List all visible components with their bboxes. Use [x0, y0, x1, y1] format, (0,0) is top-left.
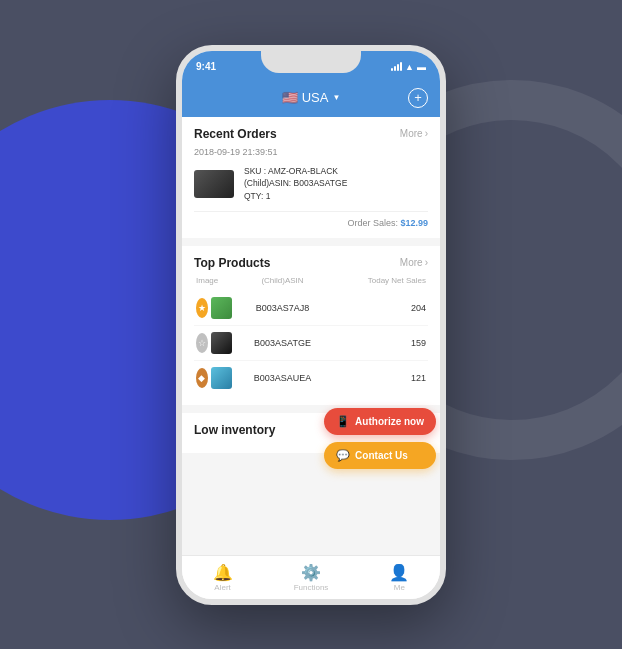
top-products-section: Top Products More › Image (Child)ASIN To…	[182, 246, 440, 405]
recent-orders-section: Recent Orders More › 2018-09-19 21:39:51…	[182, 117, 440, 238]
contact-icon: 💬	[336, 449, 350, 462]
contact-us-button[interactable]: 💬 Contact Us	[324, 442, 436, 469]
product-image-1	[211, 297, 232, 319]
low-inventory-title: Low inventory	[194, 423, 275, 437]
country-selector[interactable]: 🇺🇸 USA ▼	[282, 90, 341, 105]
order-details: SKU : AMZ-ORA-BLACK (Child)ASIN: B003ASA…	[244, 165, 428, 203]
top-products-title: Top Products	[194, 256, 270, 270]
col-image: Image	[196, 276, 232, 285]
authorize-label: Authorize now	[355, 416, 424, 427]
phone-frame: 9:41 ▲ ▬ 🇺🇸 USA ▼ + Recent Orders	[176, 45, 446, 605]
table-row: ☆ B003ASATGE 159	[194, 326, 428, 361]
rank-badge-2: ☆	[196, 333, 208, 353]
phone-content: Recent Orders More › 2018-09-19 21:39:51…	[182, 117, 440, 555]
top-products-more[interactable]: More ›	[400, 257, 428, 268]
order-sku: SKU : AMZ-ORA-BLACK	[244, 165, 428, 178]
flag-icon: 🇺🇸	[282, 90, 298, 105]
me-icon: 👤	[389, 563, 409, 582]
sofa-black-icon	[211, 332, 232, 354]
product-image-rank-3: ◆	[196, 367, 232, 389]
order-timestamp: 2018-09-19 21:39:51	[194, 147, 428, 157]
more-label-2: More	[400, 257, 423, 268]
product-sales-2: 159	[333, 338, 426, 348]
table-row: ★ B003AS7AJ8 204	[194, 291, 428, 326]
nav-alert[interactable]: 🔔 Alert	[213, 563, 233, 592]
recent-orders-title: Recent Orders	[194, 127, 277, 141]
signal-bars-icon	[391, 62, 402, 71]
contact-label: Contact Us	[355, 450, 408, 461]
recent-orders-more[interactable]: More ›	[400, 128, 428, 139]
authorize-now-button[interactable]: 📱 Authorize now	[324, 408, 436, 435]
table-row: ◆ B003ASAUEA 121	[194, 361, 428, 395]
product-asin-3: B003ASAUEA	[236, 373, 329, 383]
nav-alert-label: Alert	[214, 583, 230, 592]
product-image-rank-1: ★	[196, 297, 232, 319]
col-asin: (Child)ASIN	[236, 276, 329, 285]
product-sales-3: 121	[333, 373, 426, 383]
sofa-green-icon	[211, 297, 232, 319]
order-item: SKU : AMZ-ORA-BLACK (Child)ASIN: B003ASA…	[194, 165, 428, 212]
more-label: More	[400, 128, 423, 139]
alert-icon: 🔔	[213, 563, 233, 582]
status-icons: ▲ ▬	[391, 62, 426, 72]
order-price: $12.99	[400, 218, 428, 228]
status-time: 9:41	[196, 61, 216, 72]
product-asin-1: B003AS7AJ8	[236, 303, 329, 313]
col-sales: Today Net Sales	[333, 276, 426, 285]
table-header: Image (Child)ASIN Today Net Sales	[194, 276, 428, 285]
nav-me[interactable]: 👤 Me	[389, 563, 409, 592]
nav-me-label: Me	[394, 583, 405, 592]
nav-functions-label: Functions	[294, 583, 329, 592]
order-sales: Order Sales: $12.99	[194, 218, 428, 228]
wifi-icon: ▲	[405, 62, 414, 72]
app-header: 🇺🇸 USA ▼ +	[182, 79, 440, 117]
chevron-right-icon: ›	[425, 128, 428, 139]
add-button[interactable]: +	[408, 88, 428, 108]
product-image-3	[211, 367, 232, 389]
order-child-asin: (Child)ASIN: B003ASATGE	[244, 177, 428, 190]
battery-icon: ▬	[417, 62, 426, 72]
sofa-blue-icon	[211, 367, 232, 389]
product-image-2	[211, 332, 232, 354]
authorize-icon: 📱	[336, 415, 350, 428]
product-asin-2: B003ASATGE	[236, 338, 329, 348]
chevron-right-icon-2: ›	[425, 257, 428, 268]
product-sales-1: 204	[333, 303, 426, 313]
order-sales-label: Order Sales:	[347, 218, 398, 228]
product-image-rank-2: ☆	[196, 332, 232, 354]
order-qty: QTY: 1	[244, 190, 428, 203]
phone-notch	[261, 51, 361, 73]
plus-icon: +	[414, 90, 422, 105]
functions-icon: ⚙️	[301, 563, 321, 582]
rank-badge-3: ◆	[196, 368, 208, 388]
order-product-image	[194, 170, 234, 198]
country-name: USA	[302, 90, 329, 105]
recent-orders-header: Recent Orders More ›	[194, 127, 428, 141]
top-products-header: Top Products More ›	[194, 256, 428, 270]
bottom-nav: 🔔 Alert ⚙️ Functions 👤 Me	[182, 555, 440, 599]
chevron-down-icon: ▼	[332, 93, 340, 102]
rank-badge-1: ★	[196, 298, 208, 318]
nav-functions[interactable]: ⚙️ Functions	[294, 563, 329, 592]
